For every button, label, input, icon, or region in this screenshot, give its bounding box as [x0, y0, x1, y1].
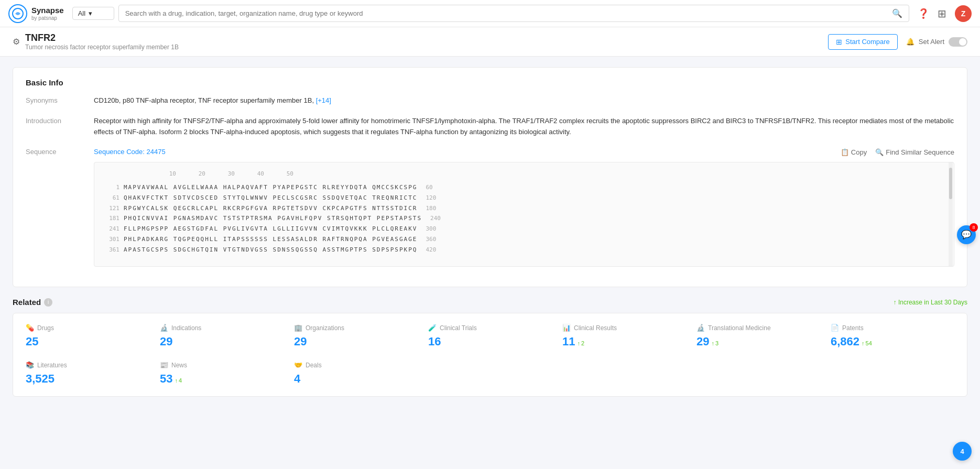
basic-info-title: Basic Info	[26, 78, 954, 87]
seq-line-end: 60	[426, 182, 432, 193]
sequence-line: 1 MAPVAVWAAL AVGLELWAAA HALPAQVAFT PYAPE…	[103, 182, 945, 193]
subheader: ⚙ TNFR2 Tumor necrosis factor receptor s…	[0, 27, 980, 57]
related-item-label: Indications	[171, 324, 201, 332]
seq-line-num: 61	[103, 193, 119, 203]
related-title: Related	[13, 298, 41, 307]
related-count-area: 53 ↑4	[160, 372, 284, 386]
related-count-area: 3,525	[26, 372, 149, 386]
set-alert-area: 🔔 Set Alert	[906, 37, 967, 47]
related-item-icon: 📚	[26, 361, 34, 369]
synonyms-more-link[interactable]: [+14]	[316, 96, 331, 104]
related-item-header: 📊 Clinical Results	[562, 324, 686, 332]
related-title-area: Related i	[13, 298, 52, 307]
related-card: 💊 Drugs 25 🔬 Indications 29 🏢 Organizati…	[13, 313, 967, 397]
search-icon[interactable]: 🔍	[892, 8, 902, 18]
seq-line-data: APASTGCSPS SDGCHGTQIN VTGTNDVGSS SDNSSQG…	[124, 245, 417, 255]
chat-badge: 8	[970, 223, 978, 232]
sequence-content: Sequence Code: 24475 📋 Copy 🔍 Find Simil…	[94, 147, 954, 267]
logo-sub: by patsnap	[31, 15, 64, 21]
seq-line-data: PHQICNVVAI PGNASMDAVC TSTSTPTRSMA PGAVHL…	[124, 213, 422, 224]
synonyms-label: Synonyms	[26, 95, 94, 104]
scrollbar[interactable]	[949, 162, 953, 266]
increase-badge: ↑2	[577, 340, 584, 346]
avatar[interactable]: Z	[955, 5, 972, 22]
compare-icon: ⊞	[836, 38, 842, 46]
search-filter-dropdown[interactable]: All ▾	[72, 7, 114, 20]
alert-toggle[interactable]	[949, 37, 967, 47]
scrollbar-thumb[interactable]	[949, 168, 952, 199]
seq-line-data: RPGWYCALSK QEGCRLCAPL RKCRPGFGVA RPGTETS…	[124, 203, 417, 214]
introduction-label: Introduction	[26, 116, 94, 125]
related-count-area: 29 ↑3	[696, 335, 820, 348]
seq-line-num: 181	[103, 213, 119, 224]
start-compare-button[interactable]: ⊞ Start Compare	[828, 34, 898, 50]
related-item[interactable]: 🏢 Organizations 29	[294, 324, 418, 348]
sequence-label: Sequence	[26, 147, 94, 156]
sequence-code[interactable]: Sequence Code: 24475	[94, 147, 166, 158]
related-item-label: Clinical Results	[574, 324, 617, 332]
related-item[interactable]: 📰 News 53 ↑4	[160, 361, 284, 386]
related-item-header: 🏢 Organizations	[294, 324, 418, 332]
related-item[interactable]: 🧪 Clinical Trials 16	[428, 324, 552, 348]
title-block: TNFR2 Tumor necrosis factor receptor sup…	[25, 32, 179, 51]
related-count: 53	[160, 372, 172, 386]
related-item-label: News	[171, 362, 187, 369]
related-item-icon: 🏢	[294, 324, 302, 332]
subheader-left: ⚙ TNFR2 Tumor necrosis factor receptor s…	[13, 32, 179, 51]
related-item-label: Literatures	[37, 362, 67, 369]
related-item[interactable]: 📊 Clinical Results 11 ↑2	[562, 324, 686, 348]
seq-line-end: 360	[426, 234, 436, 245]
seq-line-data: MAPVAVWAAL AVGLELWAAA HALPAQVAFT PYAPEPG…	[124, 182, 417, 193]
related-count: 11	[562, 335, 575, 348]
related-item-header: 🤝 Deals	[294, 361, 418, 369]
sequence-line: 121 RPGWYCALSK QEGCRLCAPL RKCRPGFGVA RPG…	[103, 203, 945, 214]
sequence-line: 181 PHQICNVVAI PGNASMDAVC TSTSTPTRSMA PG…	[103, 213, 945, 224]
related-count: 29	[160, 335, 172, 348]
increase-badge: ↑4	[175, 377, 182, 384]
related-count: 29	[696, 335, 709, 348]
related-count: 3,525	[26, 372, 55, 386]
related-count-area: 29	[294, 335, 418, 348]
related-item[interactable]: 🔬 Translational Medicine 29 ↑3	[696, 324, 820, 348]
related-item-label: Deals	[306, 362, 322, 369]
related-count-area: 6,862 ↑54	[831, 335, 954, 348]
related-item[interactable]: 📚 Literatures 3,525	[26, 361, 149, 386]
sequence-box[interactable]: 10 20 30 40 50 1 MAPVAVWAAL AVGLELWAAA H…	[94, 162, 954, 267]
alert-label: Set Alert	[919, 38, 944, 46]
related-item[interactable]: 🤝 Deals 4	[294, 361, 418, 386]
related-item[interactable]: 📄 Patents 6,862 ↑54	[831, 324, 954, 348]
logo-name: Synapse	[31, 6, 64, 15]
subheader-right: ⊞ Start Compare 🔔 Set Alert	[828, 34, 967, 50]
related-item-header: 📚 Literatures	[26, 361, 149, 369]
increase-text: ↑ Increase in Last 30 Days	[894, 299, 967, 306]
seq-line-end: 300	[426, 224, 436, 234]
find-similar-button[interactable]: 🔍 Find Similar Sequence	[875, 148, 954, 156]
synonyms-value: CD120b, p80 TNF-alpha receptor, TNF rece…	[94, 95, 954, 106]
copy-icon: 📋	[841, 148, 849, 156]
related-item-icon: 🔬	[160, 324, 168, 332]
chat-bubble[interactable]: 💬 8	[957, 225, 976, 244]
seq-line-num: 1	[103, 182, 119, 193]
grid-icon[interactable]: ⊞	[938, 7, 946, 20]
app-header: Synapse by patsnap All ▾ 🔍 ❓ ⊞ Z	[0, 0, 980, 27]
related-count-area: 4	[294, 372, 418, 386]
related-item-label: Organizations	[306, 324, 344, 332]
related-item[interactable]: 💊 Drugs 25	[26, 324, 149, 348]
seq-line-data: PHLPADKARG TQGPEQQHLL ITAPSSSSSS LESSASA…	[124, 234, 417, 245]
related-item[interactable]: 🔬 Indications 29	[160, 324, 284, 348]
related-item-label: Translational Medicine	[708, 324, 771, 332]
related-info-icon[interactable]: i	[44, 298, 52, 307]
related-item-icon: 🔬	[696, 324, 705, 332]
related-item-icon: 📄	[831, 324, 839, 332]
related-count-area: 11 ↑2	[562, 335, 686, 348]
page-subtitle: Tumor necrosis factor receptor superfami…	[25, 43, 179, 51]
help-icon[interactable]: ❓	[918, 8, 929, 19]
search-area: All ▾ 🔍	[72, 5, 909, 22]
related-count-area: 16	[428, 335, 552, 348]
copy-button[interactable]: 📋 Copy	[841, 148, 867, 156]
related-count: 4	[294, 372, 300, 386]
related-count: 25	[26, 335, 38, 348]
sequence-row: Sequence Sequence Code: 24475 📋 Copy 🔍 F…	[26, 147, 954, 267]
search-input[interactable]	[125, 9, 892, 17]
logo-icon	[8, 4, 27, 23]
